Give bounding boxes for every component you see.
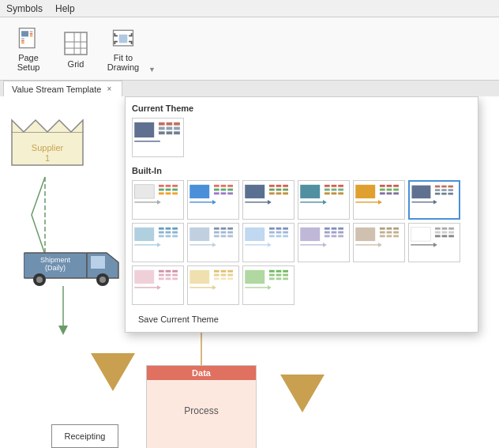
theme-panel: Current Theme Built-In	[125, 96, 478, 333]
svg-rect-112	[380, 189, 385, 191]
page-setup-button[interactable]: Page Setup	[6, 22, 51, 76]
theme-tile-8[interactable]	[187, 223, 239, 262]
inventory-triangle1	[91, 353, 135, 391]
svg-rect-55	[167, 122, 173, 126]
svg-rect-231	[269, 270, 275, 273]
svg-rect-170	[300, 228, 320, 241]
diagram-tab[interactable]: Value Stream Template ×	[3, 81, 122, 96]
canvas-area[interactable]: Supplier 1 Shipment (Daily) Shipment (Da…	[0, 96, 499, 448]
svg-rect-178	[338, 232, 343, 234]
svg-rect-69	[172, 185, 178, 187]
svg-rect-57	[167, 131, 173, 134]
svg-rect-212	[166, 277, 171, 280]
svg-rect-234	[276, 270, 282, 273]
theme-tile-5[interactable]	[353, 180, 405, 220]
svg-rect-4	[30, 35, 33, 36]
page-setup-label: Page Setup	[17, 53, 40, 72]
fit-to-drawing-button[interactable]: Fit to Drawing	[101, 22, 145, 76]
svg-text:Shipment: Shipment	[40, 256, 71, 264]
theme-tile-14[interactable]	[187, 265, 239, 305]
theme-tile-7[interactable]	[132, 223, 184, 262]
toolbar-expand[interactable]: ▼	[148, 66, 156, 73]
svg-rect-211	[166, 274, 171, 277]
svg-rect-66	[166, 185, 171, 187]
svg-rect-215	[172, 277, 178, 280]
theme-tile-6[interactable]	[408, 180, 460, 220]
svg-rect-162	[276, 228, 282, 230]
svg-rect-62	[134, 185, 154, 198]
svg-rect-89	[269, 192, 275, 194]
svg-rect-102	[332, 185, 337, 187]
fit-to-drawing-label: Fit to Drawing	[107, 53, 139, 72]
theme-tile-2[interactable]	[187, 180, 239, 220]
svg-rect-119	[393, 192, 399, 194]
svg-rect-8	[65, 32, 87, 55]
svg-rect-166	[283, 232, 288, 234]
svg-rect-150	[221, 228, 227, 230]
svg-rect-71	[172, 192, 178, 194]
svg-rect-111	[380, 185, 385, 187]
tab-close-button[interactable]: ×	[104, 85, 114, 94]
theme-tile-15[interactable]	[242, 265, 295, 305]
svg-rect-68	[166, 192, 171, 194]
svg-rect-194	[411, 228, 430, 241]
save-current-theme-button[interactable]: Save Current Theme	[132, 313, 225, 326]
current-theme-title: Current Theme	[132, 104, 471, 113]
grid-button[interactable]: Grid	[54, 22, 98, 76]
theme-tile-9[interactable]	[242, 223, 295, 262]
process-box: Data Process	[146, 365, 257, 448]
svg-rect-174	[332, 228, 337, 230]
builtin-title: Built-In	[132, 166, 471, 175]
svg-rect-238	[283, 274, 288, 277]
svg-rect-80	[221, 192, 227, 194]
svg-rect-101	[325, 192, 330, 194]
svg-rect-82	[227, 189, 233, 191]
theme-tile-3[interactable]	[242, 180, 295, 220]
svg-rect-90	[276, 185, 282, 187]
svg-rect-189	[393, 228, 399, 230]
svg-rect-233	[269, 277, 275, 280]
process-header: Data	[147, 366, 256, 380]
svg-rect-239	[283, 277, 288, 280]
svg-point-37	[36, 277, 43, 283]
svg-rect-130	[448, 189, 452, 191]
svg-rect-177	[338, 228, 343, 230]
svg-rect-100	[325, 189, 330, 191]
svg-rect-158	[245, 228, 265, 241]
svg-rect-83	[227, 192, 233, 194]
current-theme-tile[interactable]	[132, 118, 184, 157]
svg-rect-105	[338, 185, 343, 187]
svg-rect-232	[269, 274, 275, 277]
svg-rect-98	[300, 185, 320, 198]
receipting-label: Receipting	[65, 431, 106, 441]
inventory-triangle2	[280, 375, 325, 412]
svg-rect-225	[227, 270, 233, 273]
svg-rect-141	[172, 228, 178, 230]
svg-rect-142	[172, 232, 178, 234]
svg-rect-95	[283, 192, 288, 194]
svg-text:(Daily): (Daily)	[45, 264, 66, 272]
theme-tile-1[interactable]	[132, 180, 184, 220]
theme-tile-12[interactable]	[408, 223, 460, 262]
svg-rect-197	[435, 235, 441, 237]
svg-rect-113	[380, 192, 385, 194]
svg-rect-138	[166, 228, 171, 230]
menu-help[interactable]: Help	[55, 3, 75, 14]
svg-text:1: 1	[45, 153, 50, 163]
theme-tile-4[interactable]	[298, 180, 350, 220]
theme-tile-10[interactable]	[298, 223, 350, 262]
svg-rect-206	[134, 270, 154, 284]
svg-rect-160	[269, 232, 275, 234]
svg-rect-65	[159, 192, 164, 194]
svg-rect-146	[189, 228, 209, 241]
svg-rect-199	[442, 232, 448, 234]
menu-symbols[interactable]: Symbols	[6, 3, 43, 14]
svg-rect-63	[159, 185, 164, 187]
theme-tile-11[interactable]	[353, 223, 405, 262]
svg-rect-117	[393, 185, 399, 187]
tab-label: Value Stream Template	[12, 85, 101, 94]
svg-rect-125	[435, 193, 440, 195]
svg-marker-193	[378, 243, 382, 247]
grid-label: Grid	[68, 59, 84, 69]
theme-tile-13[interactable]	[132, 265, 184, 305]
